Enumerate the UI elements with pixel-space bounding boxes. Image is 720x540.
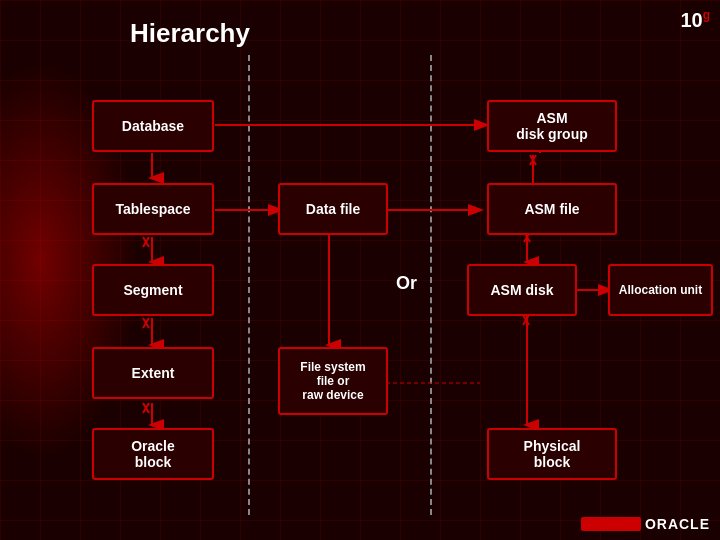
dashed-line-1: [248, 55, 250, 515]
data-file-box: Data file: [278, 183, 388, 235]
svg-line-8: [530, 155, 536, 165]
allocation-unit-box: Allocation unit: [608, 264, 713, 316]
tablespace-box: Tablespace: [92, 183, 214, 235]
or-label: Or: [396, 273, 417, 294]
oracle-block-box: Oracle block: [92, 428, 214, 480]
oracle-red-bar: [581, 517, 641, 531]
svg-line-21: [143, 403, 149, 413]
svg-line-15: [143, 318, 149, 328]
physical-block-box: Physical block: [487, 428, 617, 480]
oracle-footer-text: ORACLE: [645, 516, 710, 532]
oracle-footer: ORACLE: [581, 516, 710, 532]
svg-line-24: [523, 315, 529, 325]
database-box: Database: [92, 100, 214, 152]
svg-line-25: [523, 315, 529, 325]
main-content: Hierarchy 10g: [0, 0, 720, 540]
file-system-box: File system file or raw device: [278, 347, 388, 415]
asm-file-box: ASM file: [487, 183, 617, 235]
asm-disk-box: ASM disk: [467, 264, 577, 316]
svg-line-7: [530, 155, 536, 165]
svg-line-20: [143, 403, 149, 413]
page-title: Hierarchy: [130, 18, 250, 49]
oracle-10g-text: 10g: [680, 8, 710, 32]
svg-line-16: [143, 318, 149, 328]
asm-disk-group-box: ASM disk group: [487, 100, 617, 152]
oracle-logo: 10g: [680, 8, 710, 32]
segment-box: Segment: [92, 264, 214, 316]
svg-line-18: [143, 237, 149, 247]
svg-line-19: [143, 237, 149, 247]
extent-box: Extent: [92, 347, 214, 399]
dashed-line-2: [430, 55, 432, 515]
